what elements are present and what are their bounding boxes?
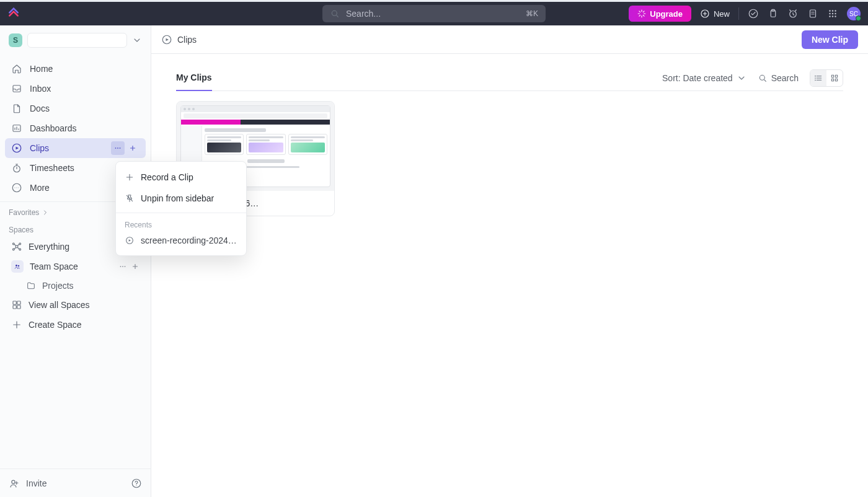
clips-grid: g-2024-05-05-16… xyxy=(176,91,843,216)
menu-unpin[interactable]: Unpin from sidebar xyxy=(116,188,246,209)
svg-point-0 xyxy=(332,11,337,15)
svg-point-35 xyxy=(125,266,126,267)
search-placeholder: Search... xyxy=(346,9,381,19)
chevron-down-icon xyxy=(737,73,746,83)
sidebar: S Home Inbox Docs Dashboards xyxy=(0,25,151,497)
unpin-icon xyxy=(125,193,135,203)
sort-button[interactable]: Sort: Date created xyxy=(662,73,746,83)
list-icon xyxy=(813,73,823,83)
plus-icon xyxy=(11,319,22,330)
svg-rect-49 xyxy=(831,79,833,81)
content-area: My Clips Sort: Date created Search xyxy=(151,54,868,497)
search-shortcut: ⌘K xyxy=(526,9,538,18)
sidebar-item-dashboards[interactable]: Dashboards xyxy=(5,118,146,138)
new-clip-button[interactable]: New Clip xyxy=(802,30,858,49)
upgrade-button[interactable]: Upgrade xyxy=(629,6,691,22)
team-space-icon xyxy=(11,260,24,273)
workspace-name xyxy=(27,33,127,48)
notepad-icon[interactable] xyxy=(807,8,818,19)
search-icon xyxy=(330,9,340,19)
svg-point-43 xyxy=(760,75,764,80)
plus-circle-icon xyxy=(700,9,710,19)
sidebar-item-view-all-spaces[interactable]: View all Spaces xyxy=(5,295,146,315)
sort-label: Sort: Date created xyxy=(662,73,733,83)
clip-item-icon xyxy=(125,235,135,245)
svg-point-14 xyxy=(832,15,833,17)
sidebar-item-create-space[interactable]: Create Space xyxy=(5,315,146,335)
sidebar-item-label: Everything xyxy=(29,242,69,252)
home-icon xyxy=(11,63,22,74)
sidebar-item-label: Timesheets xyxy=(30,163,74,173)
alarm-icon[interactable] xyxy=(787,8,799,19)
topbar: Search... ⌘K Upgrade New SC xyxy=(0,2,868,25)
clipboard-icon[interactable] xyxy=(768,8,779,19)
svg-point-44 xyxy=(815,76,816,76)
ellipsis-icon[interactable] xyxy=(118,262,127,271)
svg-rect-48 xyxy=(835,75,837,77)
dashboard-icon xyxy=(11,123,22,134)
page-title: Clips xyxy=(177,35,197,45)
svg-rect-6 xyxy=(810,10,816,17)
menu-record-clip[interactable]: Record a Clip xyxy=(116,167,246,188)
sidebar-item-label: Projects xyxy=(42,281,74,291)
view-grid-button[interactable] xyxy=(826,70,843,86)
menu-item-label: Unpin from sidebar xyxy=(141,193,214,203)
sidebar-item-team-space[interactable]: Team Space xyxy=(5,257,146,276)
invite-icon xyxy=(9,478,20,489)
plus-icon[interactable] xyxy=(131,262,140,271)
plus-icon xyxy=(128,144,137,152)
menu-recent-item[interactable]: screen-recording-2024… xyxy=(116,231,246,250)
clips-search-button[interactable]: Search xyxy=(758,73,799,83)
clips-page-icon xyxy=(161,34,172,45)
svg-point-34 xyxy=(122,266,123,267)
tab-my-clips[interactable]: My Clips xyxy=(176,65,212,91)
sidebar-item-inbox[interactable]: Inbox xyxy=(5,79,146,99)
page-header: Clips New Clip xyxy=(151,25,868,54)
folder-icon xyxy=(26,281,36,291)
search-icon xyxy=(758,73,768,83)
svg-point-7 xyxy=(829,10,830,11)
user-avatar[interactable]: SC xyxy=(847,7,861,20)
svg-point-20 xyxy=(120,147,121,149)
invite-label[interactable]: Invite xyxy=(26,478,125,488)
check-circle-icon[interactable] xyxy=(748,8,759,19)
grid-icon xyxy=(830,73,839,83)
menu-recents-label: Recents xyxy=(116,217,246,231)
sidebar-item-label: Home xyxy=(30,64,53,74)
docs-icon xyxy=(11,103,22,114)
sidebar-item-projects[interactable]: Projects xyxy=(5,276,146,295)
app-logo-icon[interactable] xyxy=(7,7,20,20)
sidebar-item-clips[interactable]: Clips xyxy=(5,138,146,158)
view-list-button[interactable] xyxy=(810,70,826,86)
page-title-wrap: Clips xyxy=(161,34,197,45)
sidebar-item-label: Dashboards xyxy=(30,123,77,133)
tabs-row: My Clips Sort: Date created Search xyxy=(176,65,843,91)
new-button[interactable]: New xyxy=(700,9,730,19)
svg-point-18 xyxy=(115,147,117,149)
sidebar-item-docs[interactable]: Docs xyxy=(5,99,146,118)
sidebar-item-label: Inbox xyxy=(30,84,51,94)
clips-icon xyxy=(11,143,22,154)
clips-add-button[interactable] xyxy=(126,141,140,155)
svg-rect-47 xyxy=(831,75,833,77)
menu-item-label: Record a Clip xyxy=(141,172,193,182)
svg-point-12 xyxy=(835,13,836,14)
workspace-switcher[interactable]: S xyxy=(0,25,151,55)
upgrade-label: Upgrade xyxy=(650,9,683,19)
svg-point-19 xyxy=(117,147,118,149)
sidebar-footer: Invite xyxy=(0,468,151,497)
sidebar-item-home[interactable]: Home xyxy=(5,59,146,79)
svg-point-11 xyxy=(832,13,833,14)
svg-rect-37 xyxy=(17,301,20,304)
stopwatch-icon xyxy=(11,162,22,174)
help-icon[interactable] xyxy=(131,478,142,489)
sidebar-item-label: More xyxy=(30,183,50,193)
clips-more-button[interactable] xyxy=(111,141,125,155)
global-search[interactable]: Search... ⌘K xyxy=(322,5,546,22)
apps-grid-icon[interactable] xyxy=(827,8,838,19)
chevron-right-icon xyxy=(42,209,49,216)
sidebar-item-label: Docs xyxy=(30,103,50,113)
recent-item-label: screen-recording-2024… xyxy=(141,235,237,245)
svg-point-15 xyxy=(835,15,836,17)
svg-rect-38 xyxy=(13,306,16,309)
